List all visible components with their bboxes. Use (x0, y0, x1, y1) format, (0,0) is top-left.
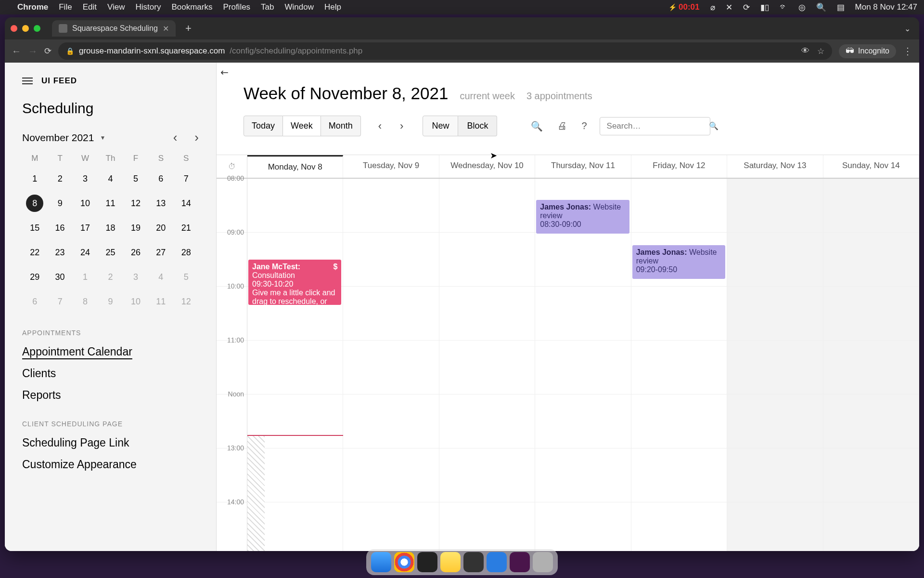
hamburger-icon[interactable] (22, 78, 33, 84)
sync-icon[interactable]: ⟳ (743, 2, 750, 13)
mini-cal-day[interactable]: 17 (73, 219, 98, 237)
battery-status[interactable]: ⚡00:01 (668, 2, 699, 12)
tab-overflow-icon[interactable]: ⌄ (904, 24, 919, 33)
prev-week-button[interactable]: ‹ (373, 117, 386, 135)
month-label[interactable]: November 2021 (22, 132, 94, 144)
mini-cal-day[interactable]: 14 (174, 195, 199, 212)
mini-cal-day[interactable]: 6 (22, 293, 47, 311)
dock-chrome[interactable] (394, 552, 414, 572)
mini-cal-day[interactable]: 11 (98, 195, 123, 212)
battery-icon[interactable]: ▮▯ (760, 2, 769, 13)
dock-notes[interactable] (440, 552, 461, 572)
sidebar-item-appointment-calendar[interactable]: Appointment Calendar (22, 345, 199, 358)
mini-cal-day[interactable]: 8 (26, 195, 43, 212)
mini-cal-day[interactable]: 2 (47, 170, 72, 188)
mini-cal-day[interactable]: 11 (148, 293, 173, 311)
browser-menu-button[interactable]: ⋮ (903, 45, 912, 57)
calendar-event[interactable]: James Jonas: Website review08:30-09:00 (536, 200, 629, 234)
view-week-button[interactable]: Week (283, 116, 321, 136)
control-center-icon[interactable]: ◎ (798, 2, 806, 13)
menu-window[interactable]: Window (285, 2, 314, 12)
dock-terminal[interactable] (417, 552, 437, 572)
mini-cal-day[interactable]: 12 (123, 195, 148, 212)
mini-cal-day[interactable]: 28 (174, 244, 199, 262)
next-week-button[interactable]: › (395, 117, 408, 135)
block-button[interactable]: Block (458, 116, 497, 136)
dock-app[interactable] (463, 552, 484, 572)
sidebar-item-page-link[interactable]: Scheduling Page Link (22, 436, 199, 449)
view-today-button[interactable]: Today (244, 116, 283, 136)
menu-history[interactable]: History (135, 2, 161, 12)
dock-preview[interactable] (487, 552, 507, 572)
day-column[interactable] (535, 179, 631, 551)
mini-cal-day[interactable]: 3 (73, 170, 98, 188)
help-icon[interactable]: ? (581, 120, 587, 132)
mini-cal-day[interactable]: 2 (98, 268, 123, 286)
tab-close-icon[interactable]: ✕ (163, 24, 169, 33)
mini-cal-day[interactable]: 26 (123, 244, 148, 262)
view-month-button[interactable]: Month (321, 116, 361, 136)
menubar-app-name[interactable]: Chrome (17, 2, 48, 12)
mini-cal-day[interactable]: 1 (22, 170, 47, 188)
mini-cal-day[interactable]: 5 (174, 268, 199, 286)
mini-cal-day[interactable]: 3 (123, 268, 148, 286)
menu-view[interactable]: View (107, 2, 125, 12)
tool-icon[interactable]: ✕ (726, 2, 732, 13)
mini-cal-day[interactable]: 15 (22, 219, 47, 237)
dropbox-icon[interactable]: ⌀ (710, 2, 715, 13)
mini-cal-day[interactable]: 10 (123, 293, 148, 311)
mini-cal-day[interactable]: 18 (98, 219, 123, 237)
menu-profiles[interactable]: Profiles (223, 2, 250, 12)
mini-cal-day[interactable]: 10 (73, 195, 98, 212)
zoom-icon[interactable]: 🔍 (531, 120, 543, 132)
window-minimize-button[interactable] (22, 25, 29, 32)
mini-cal-day[interactable]: 16 (47, 219, 72, 237)
print-icon[interactable]: 🖨 (557, 120, 567, 132)
menu-edit[interactable]: Edit (83, 2, 97, 12)
mini-cal-day[interactable]: 25 (98, 244, 123, 262)
dock-app2[interactable] (510, 552, 530, 572)
mini-cal-day[interactable]: 7 (174, 170, 199, 188)
day-column[interactable] (823, 179, 919, 551)
mini-cal-day[interactable]: 13 (148, 195, 173, 212)
mini-cal-day[interactable]: 5 (123, 170, 148, 188)
nav-forward-button[interactable]: → (28, 46, 38, 57)
mini-cal-day[interactable]: 29 (22, 268, 47, 286)
new-button[interactable]: New (423, 116, 458, 136)
siri-icon[interactable]: ▤ (837, 2, 845, 13)
mini-cal-day[interactable]: 1 (73, 268, 98, 286)
menu-file[interactable]: File (59, 2, 72, 12)
mini-cal-day[interactable]: 9 (98, 293, 123, 311)
month-caret-icon[interactable]: ▼ (100, 134, 105, 141)
mini-cal-day[interactable]: 24 (73, 244, 98, 262)
window-maximize-button[interactable] (34, 25, 40, 32)
dock-finder[interactable] (371, 552, 391, 572)
calendar-event[interactable]: Jane McTest: Consultation09:30-10:20Give… (248, 260, 341, 305)
search-input[interactable] (607, 121, 709, 131)
mini-cal-day[interactable]: 27 (148, 244, 173, 262)
mini-cal-day[interactable]: 9 (47, 195, 72, 212)
mini-cal-day[interactable]: 21 (174, 219, 199, 237)
next-month-button[interactable]: › (194, 130, 199, 145)
prev-month-button[interactable]: ‹ (173, 130, 178, 145)
mini-cal-day[interactable]: 6 (148, 170, 173, 188)
mini-cal-day[interactable]: 20 (148, 219, 173, 237)
menubar-clock[interactable]: Mon 8 Nov 12:47 (855, 2, 917, 12)
address-bar[interactable]: 🔒 grouse-mandarin-sxnl.squarespace.com/c… (58, 42, 832, 60)
new-tab-button[interactable]: + (180, 22, 196, 35)
mini-cal-day[interactable]: 7 (47, 293, 72, 311)
mini-cal-day[interactable]: 23 (47, 244, 72, 262)
reload-button[interactable]: ⟳ (44, 46, 51, 56)
day-column[interactable] (631, 179, 727, 551)
mini-cal-day[interactable]: 19 (123, 219, 148, 237)
mini-cal-day[interactable]: 8 (73, 293, 98, 311)
day-column[interactable] (343, 179, 439, 551)
search-field[interactable]: 🔍 (600, 117, 710, 135)
menu-help[interactable]: Help (324, 2, 341, 12)
calendar-event[interactable]: James Jonas: Website review09:20-09:50 (632, 245, 725, 279)
day-column[interactable] (727, 179, 823, 551)
browser-tab[interactable]: Squarespace Scheduling ✕ (52, 20, 176, 37)
incognito-badge[interactable]: 🕶 Incognito (839, 44, 896, 58)
sidebar-item-clients[interactable]: Clients (22, 367, 199, 380)
mini-cal-day[interactable]: 4 (148, 268, 173, 286)
